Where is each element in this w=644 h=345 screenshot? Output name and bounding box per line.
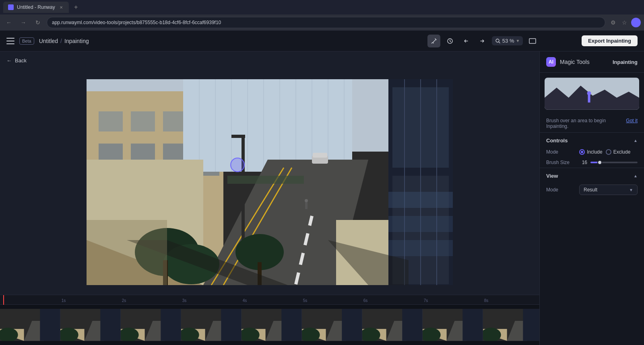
video-content — [87, 79, 453, 285]
timeline-track[interactable] — [0, 305, 539, 345]
magic-tools-label: Magic Tools — [560, 59, 609, 65]
timeline-area: 1s 2s 3s 4s 5s 6s 7s 8s 9s — [0, 295, 539, 345]
ruler-mark-6s: 6s — [363, 298, 368, 303]
view-mode-label: Mode — [546, 187, 574, 193]
tab-close-button[interactable]: ✕ — [58, 4, 64, 10]
redo-button[interactable] — [476, 35, 489, 47]
aspect-ratio-button[interactable] — [526, 35, 539, 47]
include-radio-circle[interactable] — [579, 149, 585, 155]
view-mode-value: Result — [584, 187, 597, 193]
view-collapse-icon[interactable]: ▲ — [634, 174, 638, 178]
svg-point-52 — [305, 199, 308, 202]
exclude-radio-label: Exclude — [613, 149, 631, 155]
brush-size-control-row: Brush Size 16 — [540, 157, 644, 168]
back-label: Back — [15, 58, 27, 64]
controls-title: Controls — [546, 138, 568, 144]
thumb-cell-1 — [60, 309, 121, 341]
brush-size-slider[interactable] — [590, 162, 638, 163]
controls-collapse-icon[interactable]: ▲ — [634, 138, 638, 143]
browser-icons: ⚙ ☆ — [609, 18, 641, 27]
thumb-cell-8 — [483, 309, 539, 341]
mode-control-row: Mode Include Exclude — [540, 147, 644, 157]
view-mode-dropdown[interactable]: Result ▼ — [579, 185, 638, 195]
thumb-cell-5 — [302, 309, 362, 341]
exclude-radio-circle[interactable] — [606, 149, 611, 155]
active-tab[interactable]: Untitled - Runway ✕ — [3, 2, 69, 13]
ruler-mark-8s: 8s — [484, 298, 489, 303]
zoom-chevron-icon: ▼ — [516, 39, 520, 43]
svg-rect-64 — [100, 309, 120, 341]
svg-rect-6 — [99, 111, 123, 131]
nav-forward-button[interactable]: → — [18, 17, 29, 28]
svg-rect-51 — [305, 202, 308, 209]
slider-thumb[interactable] — [597, 160, 602, 165]
controls-section-header: Controls ▲ — [540, 132, 644, 147]
svg-rect-79 — [281, 309, 301, 341]
instruction-row: Brush over an area to begin Inpainting. … — [540, 115, 644, 132]
svg-rect-55 — [87, 220, 167, 285]
svg-point-109 — [587, 91, 591, 95]
address-input[interactable] — [47, 17, 605, 28]
undo-history-button[interactable] — [444, 35, 456, 47]
svg-rect-7 — [131, 111, 155, 131]
topbar: Beta Untitled / Inpainting — [0, 31, 644, 51]
brush-size-slider-container: 16 — [579, 160, 638, 165]
brush-size-value: 16 — [579, 160, 587, 165]
zoom-level: 53 % — [502, 38, 514, 44]
thumb-cell-6 — [362, 309, 423, 341]
include-option[interactable]: Include — [579, 149, 603, 155]
new-tab-button[interactable]: + — [70, 2, 82, 13]
export-button[interactable]: Export Inpainting — [582, 35, 638, 46]
profile-avatar[interactable] — [631, 18, 641, 27]
track-thumbnails — [0, 309, 539, 341]
svg-rect-99 — [523, 309, 539, 341]
project-name[interactable]: Untitled — [39, 38, 58, 44]
nav-refresh-button[interactable]: ↻ — [32, 17, 43, 28]
active-tab-label[interactable]: Inpainting — [613, 59, 638, 65]
back-button[interactable]: ← Back — [0, 51, 539, 69]
app: Beta Untitled / Inpainting — [0, 31, 644, 345]
back-arrow-icon: ← — [6, 58, 12, 64]
svg-rect-94 — [462, 309, 483, 341]
title-separator: / — [60, 38, 62, 44]
browser-chrome: Untitled - Runway ✕ + ← → ↻ ⚙ ☆ — [0, 0, 644, 31]
video-frame — [87, 79, 453, 285]
mode-radio-group: Include Exclude — [579, 149, 638, 155]
view-title: View — [546, 173, 558, 179]
topbar-title: Untitled / Inpainting — [39, 38, 89, 44]
bookmark-icon[interactable]: ☆ — [620, 18, 629, 27]
content-area: ← Back — [0, 51, 644, 345]
got-it-link[interactable]: Got it — [626, 118, 638, 123]
canvas-area: ← Back — [0, 51, 539, 345]
undo-button[interactable] — [460, 35, 473, 47]
thumb-cell-4 — [242, 309, 302, 341]
beta-badge: Beta — [19, 37, 34, 45]
include-radio-label: Include — [587, 149, 603, 155]
view-section-header: View ▲ — [540, 168, 644, 182]
hamburger-line-3 — [6, 43, 14, 44]
tab-favicon — [8, 4, 14, 10]
svg-rect-34 — [388, 216, 453, 232]
brush-tool-button[interactable] — [427, 35, 440, 47]
hamburger-line-1 — [6, 38, 14, 39]
svg-rect-42 — [242, 136, 245, 248]
panel-header: AI Magic Tools Inpainting — [540, 51, 644, 73]
nav-back-button[interactable]: ← — [3, 17, 14, 28]
exclude-option[interactable]: Exclude — [606, 149, 631, 155]
canvas-viewport[interactable] — [0, 69, 539, 295]
svg-rect-43 — [231, 135, 245, 138]
zoom-control[interactable]: 53 % ▼ — [492, 36, 523, 45]
magic-tools-icon: AI — [546, 57, 556, 67]
svg-rect-59 — [40, 309, 60, 341]
thumb-cell-2 — [121, 309, 181, 341]
svg-rect-2 — [529, 39, 536, 43]
svg-rect-69 — [161, 309, 181, 341]
tab-bar: Untitled - Runway ✕ + — [0, 0, 644, 14]
extensions-icon[interactable]: ⚙ — [609, 18, 617, 27]
instruction-text: Brush over an area to begin Inpainting. — [546, 118, 623, 129]
mode-label: Mode — [546, 149, 574, 155]
preview-thumbnail — [545, 78, 639, 110]
playhead[interactable] — [3, 295, 4, 305]
topbar-tools: 53 % ▼ — [427, 35, 539, 47]
hamburger-menu[interactable] — [6, 38, 14, 44]
